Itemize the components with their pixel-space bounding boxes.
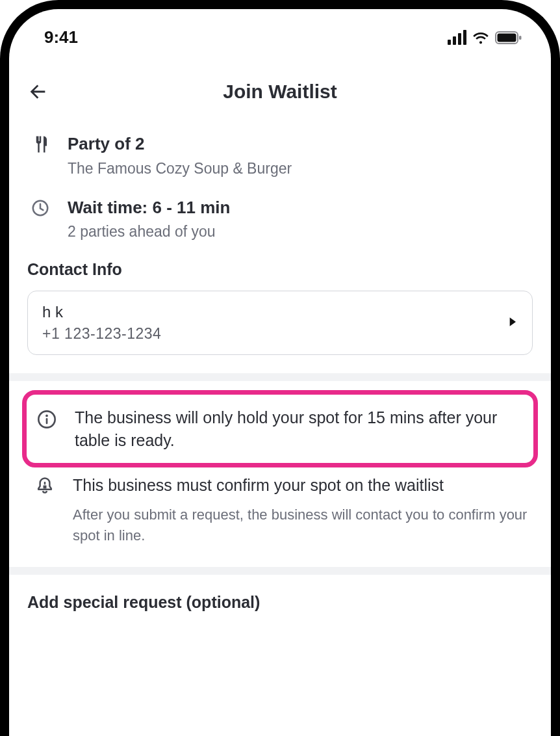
- clock-icon: [27, 197, 53, 243]
- chevron-right-icon: [509, 317, 518, 330]
- info-icon: [33, 406, 60, 451]
- battery-icon: [495, 31, 522, 45]
- status-bar: 9:41: [9, 9, 551, 54]
- contact-info-heading: Contact Info: [27, 260, 533, 279]
- contact-name: h k: [42, 303, 161, 321]
- back-button[interactable]: [22, 76, 53, 107]
- cellular-signal-icon: [448, 30, 466, 45]
- confirm-notice-title: This business must confirm your spot on …: [73, 474, 529, 497]
- contact-card[interactable]: h k +1 123-123-1234: [27, 291, 533, 355]
- section-divider: [9, 567, 551, 575]
- party-info-row: Party of 2 The Famous Cozy Soup & Burger: [27, 133, 533, 179]
- nav-header: Join Waitlist: [9, 54, 551, 114]
- status-indicators: [448, 30, 522, 45]
- status-time: 9:41: [44, 27, 78, 47]
- utensils-icon: [27, 133, 53, 179]
- svg-point-5: [45, 415, 48, 417]
- svg-rect-6: [46, 418, 48, 424]
- restaurant-name: The Famous Cozy Soup & Burger: [68, 159, 292, 179]
- svg-rect-1: [498, 33, 516, 42]
- confirm-notice-body: After you submit a request, the business…: [73, 505, 529, 546]
- svg-rect-8: [44, 482, 45, 484]
- svg-rect-2: [519, 36, 522, 40]
- highlighted-hold-notice: The business will only hold your spot fo…: [22, 390, 538, 467]
- svg-rect-7: [44, 486, 47, 489]
- confirm-notice-row: This business must confirm your spot on …: [31, 474, 529, 545]
- wait-time-row: Wait time: 6 - 11 min 2 parties ahead of…: [27, 197, 533, 243]
- arrow-left-icon: [27, 81, 49, 103]
- wait-time-label: Wait time: 6 - 11 min: [68, 197, 230, 219]
- page-title: Join Waitlist: [9, 81, 551, 103]
- party-size-label: Party of 2: [68, 133, 292, 155]
- contact-phone: +1 123-123-1234: [42, 325, 161, 343]
- parties-ahead-label: 2 parties ahead of you: [68, 222, 230, 242]
- wifi-icon: [472, 31, 490, 45]
- special-request-heading: Add special request (optional): [27, 593, 533, 612]
- section-divider: [9, 373, 551, 381]
- hold-notice-text: The business will only hold your spot fo…: [75, 406, 523, 451]
- bell-icon: [31, 474, 58, 545]
